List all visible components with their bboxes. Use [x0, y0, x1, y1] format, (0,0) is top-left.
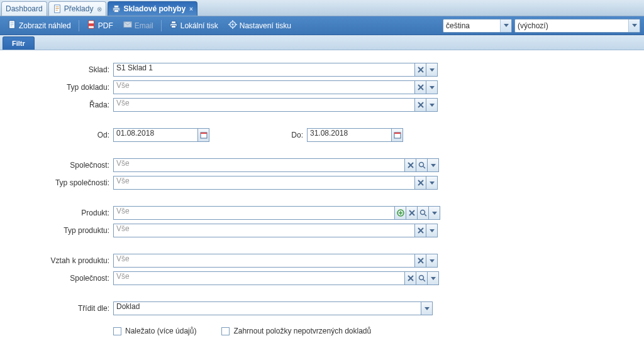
close-icon[interactable]: × — [189, 6, 193, 13]
add-button[interactable] — [395, 206, 406, 220]
local-print-button[interactable]: Lokální tisk — [165, 18, 222, 33]
svg-rect-30 — [201, 133, 207, 134]
print-settings-label: Nastavení tisku — [240, 21, 291, 30]
zahrnout-checkbox[interactable]: Zahrnout položky nepotvrzených dokladů — [221, 327, 371, 335]
chevron-down-icon — [430, 68, 435, 72]
dropdown-button[interactable] — [426, 254, 438, 268]
calendar-button[interactable] — [392, 128, 403, 142]
document-icon — [8, 20, 16, 31]
spolecnost-input[interactable]: Vše — [113, 158, 405, 172]
print-settings-button[interactable]: Nastavení tisku — [225, 18, 295, 33]
dropdown-button[interactable] — [428, 158, 439, 172]
tab-skladpohyby-label: Skladové pohyby — [123, 4, 186, 13]
svg-rect-1 — [55, 7, 58, 8]
dropdown-button[interactable] — [426, 98, 438, 112]
dropdown-button[interactable] — [426, 80, 438, 94]
dropdown-button[interactable] — [421, 301, 433, 315]
nalezato-checkbox[interactable]: Naležato (více údajů) — [113, 327, 196, 335]
chevron-down-icon — [430, 229, 435, 232]
vztah-input[interactable]: Vše — [113, 254, 415, 268]
lookup-button[interactable] — [416, 158, 428, 172]
od-label: Od: — [6, 131, 113, 139]
clear-button[interactable] — [415, 224, 426, 237]
typspolecnosti-label: Typ společnosti: — [6, 178, 113, 187]
svg-rect-32 — [394, 133, 401, 134]
profile-select[interactable]: (výchozí) — [514, 19, 640, 33]
clear-button[interactable] — [415, 176, 426, 190]
od-date-input[interactable]: 01.08.2018 — [113, 128, 198, 142]
typdokladu-input[interactable]: Vše — [113, 80, 415, 94]
vztah-label: Vztah k produktu: — [6, 256, 113, 265]
produkt-input[interactable]: Vše — [113, 206, 395, 220]
chevron-down-icon — [430, 259, 435, 263]
chevron-down-icon — [431, 277, 436, 280]
clear-button[interactable] — [405, 271, 416, 285]
checkbox-box — [113, 327, 121, 335]
search-icon — [419, 209, 427, 217]
language-select[interactable]: čeština — [443, 19, 512, 33]
spolecnost-label: Společnost: — [6, 161, 113, 170]
typdokladu-label: Typ dokladu: — [6, 83, 113, 92]
tab-dashboard[interactable]: Dashboard — [1, 1, 47, 16]
svg-line-45 — [425, 214, 426, 216]
clear-button[interactable] — [405, 158, 416, 172]
svg-rect-2 — [55, 8, 58, 9]
svg-rect-10 — [10, 26, 13, 26]
calendar-button[interactable] — [198, 128, 209, 142]
search-icon — [418, 161, 426, 169]
filter-form: Sklad: S1 Sklad 1 Typ dokladu: Vše Řada:… — [0, 50, 644, 358]
dropdown-button[interactable] — [428, 271, 439, 285]
dropdown-button[interactable] — [426, 63, 438, 77]
clear-button[interactable] — [415, 254, 426, 268]
lookup-button[interactable] — [418, 206, 429, 220]
clear-button[interactable] — [415, 80, 426, 94]
report-toolbar: Zobrazit náhled PDF Email Lokální tisk N… — [0, 16, 644, 35]
svg-line-36 — [423, 166, 425, 168]
rada-input[interactable]: Vše — [113, 98, 415, 112]
typproduktu-input[interactable]: Vše — [113, 224, 415, 237]
nalezato-label: Naležato (více údajů) — [125, 327, 196, 335]
chevron-down-icon — [432, 212, 437, 215]
document-icon — [53, 4, 62, 13]
tab-skladove-pohyby[interactable]: Skladové pohyby × — [108, 1, 197, 16]
spolecnost2-input[interactable]: Vše — [113, 271, 405, 285]
toolbar-separator — [161, 20, 162, 31]
clear-button[interactable] — [415, 98, 426, 112]
svg-rect-12 — [88, 23, 94, 26]
chevron-down-icon — [628, 19, 640, 32]
close-icon[interactable]: ⊗ — [97, 6, 102, 13]
filter-tab[interactable]: Filtr — [3, 36, 35, 50]
search-icon — [418, 274, 426, 282]
dropdown-button[interactable] — [426, 224, 438, 237]
rada-label: Řada: — [6, 100, 113, 109]
pdf-button[interactable]: PDF — [83, 18, 117, 33]
chevron-down-icon — [430, 104, 435, 107]
tab-dashboard-label: Dashboard — [6, 4, 43, 13]
email-button: Email — [119, 18, 157, 33]
do-date-input[interactable]: 31.08.2018 — [307, 128, 392, 142]
clear-button[interactable] — [406, 206, 418, 220]
preview-button[interactable]: Zobrazit náhled — [4, 18, 75, 33]
dropdown-button[interactable] — [429, 206, 440, 220]
printer-icon — [169, 20, 178, 31]
tridit-select[interactable]: Doklad — [113, 301, 421, 315]
calendar-icon — [200, 131, 208, 139]
clear-button[interactable] — [415, 63, 426, 77]
chevron-down-icon — [430, 86, 435, 89]
chevron-down-icon — [431, 164, 436, 167]
profile-value: (výchozí) — [518, 21, 548, 30]
svg-rect-16 — [171, 26, 175, 28]
svg-point-18 — [231, 23, 234, 26]
typspolecnosti-input[interactable]: Vše — [113, 176, 415, 190]
svg-rect-6 — [114, 10, 119, 13]
checkbox-box — [221, 327, 230, 335]
lookup-button[interactable] — [416, 271, 428, 285]
dropdown-button[interactable] — [426, 176, 438, 190]
tab-preklady[interactable]: Překlady ⊗ — [48, 1, 107, 16]
gear-icon — [228, 20, 237, 31]
mail-icon — [123, 20, 132, 31]
svg-rect-8 — [10, 23, 13, 23]
sklad-input[interactable]: S1 Sklad 1 — [113, 63, 415, 77]
filter-tab-label: Filtr — [12, 40, 25, 47]
preview-label: Zobrazit náhled — [19, 21, 71, 30]
